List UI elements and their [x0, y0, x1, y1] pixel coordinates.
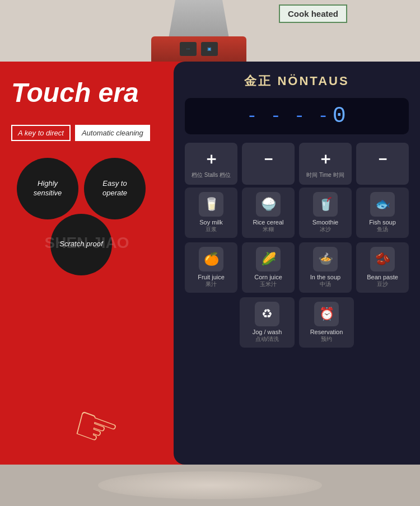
stalls-plus-btn[interactable]: ＋ 档位 Stalls 档位: [185, 143, 237, 185]
brand-name: 金正 NÖNTAUS: [185, 73, 409, 90]
circle-scratch-proof: Scratch proof: [50, 214, 112, 275]
display-panel: - - - - 0: [185, 98, 409, 134]
in-the-soup-btn[interactable]: 🍲 In the soup 中汤: [299, 242, 352, 293]
circles-container: Highly sensitive Easy to operate Scratch…: [11, 158, 157, 326]
display-zero: 0: [333, 104, 347, 129]
bottom-content: [0, 465, 420, 506]
bottom-row: ♻ Jog / wash 点动/清洗 ⏰ Reservation 预约: [185, 297, 409, 348]
time-minus-btn[interactable]: －: [356, 143, 409, 185]
left-panel: Touch era A key to direct Automatic clea…: [0, 62, 174, 465]
stalls-minus-btn[interactable]: －: [242, 143, 295, 185]
smoothie-icon: 🥤: [313, 192, 338, 217]
fruit-juice-icon: 🍊: [199, 247, 223, 271]
badge-auto-clean: Automatic cleaning: [75, 125, 150, 141]
fish-soup-icon: 🐟: [370, 192, 395, 217]
bean-paste-btn[interactable]: 🫘 Bean paste 豆沙: [356, 242, 409, 293]
fish-soup-btn[interactable]: 🐟 Fish soup 鱼汤: [356, 188, 409, 238]
main-section: Touch era A key to direct Automatic clea…: [0, 62, 420, 465]
bottom-section: [0, 465, 420, 506]
corn-juice-btn[interactable]: 🌽 Corn juice 玉米汁: [242, 242, 295, 293]
badges-row: A key to direct Automatic cleaning: [11, 125, 162, 141]
bean-paste-icon: 🫘: [370, 247, 395, 271]
reservation-icon: ⏰: [314, 302, 339, 326]
jog-wash-icon: ♻: [255, 302, 279, 326]
touch-era-title: Touch era: [11, 78, 162, 108]
jog-wash-btn[interactable]: ♻ Jog / wash 点动/清洗: [240, 297, 295, 348]
control-panel: 金正 NÖNTAUS - - - - 0 ＋ 档位 Stalls 档位 － ＋ …: [174, 62, 420, 465]
time-plus-btn[interactable]: ＋ 时间 Time 时间: [299, 143, 352, 185]
corn-juice-icon: 🌽: [256, 247, 281, 271]
cook-heated-badge: Cook heated: [279, 4, 347, 23]
display-digits: - - - -: [246, 106, 329, 127]
reservation-btn[interactable]: ⏰ Reservation 预约: [299, 297, 354, 348]
circle-highly-sensitive: Highly sensitive: [17, 158, 78, 219]
top-section: ··· ▣ Cook heated: [0, 0, 420, 62]
soy-milk-icon: 🥛: [199, 192, 223, 217]
bottom-blur: [98, 471, 322, 499]
rice-cereal-icon: 🍚: [256, 192, 281, 217]
fruit-juice-btn[interactable]: 🍊 Fruit juice 果汁: [185, 242, 237, 293]
badge-key-direct: A key to direct: [11, 125, 71, 141]
control-row: ＋ 档位 Stalls 档位 － ＋ 时间 Time 时间 －: [185, 143, 409, 185]
rice-cereal-btn[interactable]: 🍚 Rice cereal 米糊: [242, 188, 295, 238]
in-soup-icon: 🍲: [313, 247, 338, 271]
smoothie-btn[interactable]: 🥤 Smoothie 冰沙: [299, 188, 352, 238]
hand-pointing: ☞: [73, 403, 119, 453]
soy-milk-btn[interactable]: 🥛 Soy milk 豆浆: [185, 188, 237, 238]
function-grid: 🥛 Soy milk 豆浆 🍚 Rice cereal 米糊 🥤 Smoothi…: [185, 188, 409, 293]
circle-easy-to-operate: Easy to operate: [84, 158, 146, 219]
